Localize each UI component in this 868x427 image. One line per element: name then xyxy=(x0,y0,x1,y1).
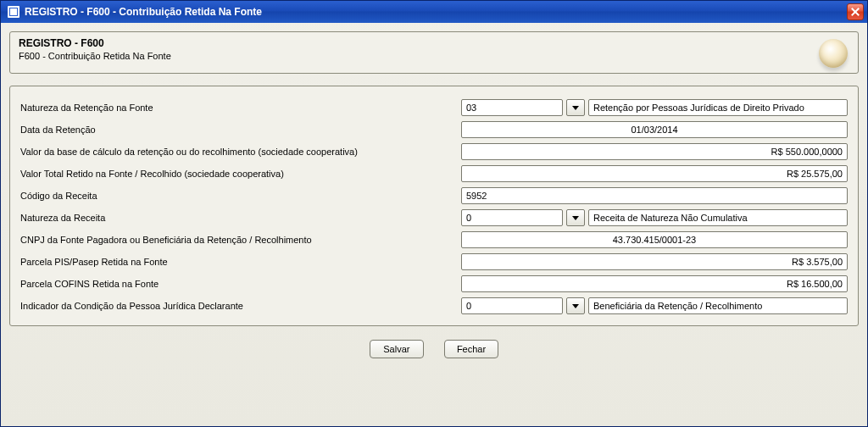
value-cnpj[interactable]: 43.730.415/0001-23 xyxy=(461,231,848,248)
fechar-button[interactable]: Fechar xyxy=(444,340,498,358)
app-window: REGISTRO - F600 - Contribuição Retida Na… xyxy=(0,0,868,427)
content-area: REGISTRO - F600 F600 - Contribuição Reti… xyxy=(1,23,867,367)
input-natureza-receita-code[interactable] xyxy=(461,209,563,226)
label-natureza-receita: Natureza da Receita xyxy=(20,213,461,223)
row-valor-total-retido: Valor Total Retido na Fonte / Recolhido … xyxy=(20,164,848,183)
value-valor-total-retido[interactable]: R$ 25.575,00 xyxy=(461,165,848,182)
input-natureza-retencao-code[interactable] xyxy=(461,99,563,116)
label-indicador: Indicador da Condição da Pessoa Jurídica… xyxy=(20,301,461,311)
close-button[interactable] xyxy=(847,3,864,20)
form-header-title: REGISTRO - F600 xyxy=(19,37,849,49)
dropdown-natureza-retencao[interactable] xyxy=(566,99,585,116)
label-parcela-pis: Parcela PIS/Pasep Retida na Fonte xyxy=(20,257,461,267)
label-cnpj: CNPJ da Fonte Pagadora ou Beneficiária d… xyxy=(20,235,461,245)
row-parcela-cofins: Parcela COFINS Retida na Fonte R$ 16.500… xyxy=(20,274,848,293)
form-header: REGISTRO - F600 F600 - Contribuição Reti… xyxy=(9,31,859,74)
form-body: Natureza da Retenção na Fonte Retenção p… xyxy=(9,86,859,326)
dropdown-natureza-receita[interactable] xyxy=(566,209,585,226)
row-data-retencao: Data da Retenção 01/03/2014 xyxy=(20,120,848,139)
value-valor-base[interactable]: R$ 550.000,0000 xyxy=(461,143,848,160)
input-codigo-receita[interactable] xyxy=(461,187,848,204)
dropdown-indicador[interactable] xyxy=(566,297,585,314)
desc-indicador: Beneficiária da Retenção / Recolhimento xyxy=(588,297,848,314)
label-parcela-cofins: Parcela COFINS Retida na Fonte xyxy=(20,279,461,289)
salvar-button[interactable]: Salvar xyxy=(370,340,424,358)
row-natureza-retencao: Natureza da Retenção na Fonte Retenção p… xyxy=(20,98,848,117)
chevron-down-icon xyxy=(572,304,579,308)
label-valor-base: Valor da base de cálculo da retenção ou … xyxy=(20,147,461,157)
value-parcela-cofins[interactable]: R$ 16.500,00 xyxy=(461,275,848,292)
close-icon xyxy=(851,8,860,16)
desc-natureza-receita: Receita de Natureza Não Cumulativa xyxy=(588,209,848,226)
row-cnpj: CNPJ da Fonte Pagadora ou Beneficiária d… xyxy=(20,230,848,249)
button-row: Salvar Fechar xyxy=(9,340,859,358)
row-codigo-receita: Código da Receita xyxy=(20,186,848,205)
chevron-down-icon xyxy=(572,216,579,220)
app-icon xyxy=(8,6,19,18)
value-parcela-pis[interactable]: R$ 3.575,00 xyxy=(461,253,848,270)
value-data-retencao[interactable]: 01/03/2014 xyxy=(461,121,848,138)
input-indicador-code[interactable] xyxy=(461,297,563,314)
label-codigo-receita: Código da Receita xyxy=(20,191,461,201)
row-natureza-receita: Natureza da Receita Receita de Natureza … xyxy=(20,208,848,227)
label-valor-total-retido: Valor Total Retido na Fonte / Recolhido … xyxy=(20,169,461,179)
row-valor-base: Valor da base de cálculo da retenção ou … xyxy=(20,142,848,161)
row-indicador: Indicador da Condição da Pessoa Jurídica… xyxy=(20,297,848,315)
label-data-retencao: Data da Retenção xyxy=(20,125,461,135)
label-natureza-retencao: Natureza da Retenção na Fonte xyxy=(20,103,461,113)
form-header-subtitle: F600 - Contribuição Retida Na Fonte xyxy=(19,51,849,61)
chevron-down-icon xyxy=(572,106,579,110)
form-header-icon xyxy=(819,39,848,68)
desc-natureza-retencao: Retenção por Pessoas Jurídicas de Direit… xyxy=(588,99,848,116)
row-parcela-pis: Parcela PIS/Pasep Retida na Fonte R$ 3.5… xyxy=(20,252,848,271)
titlebar: REGISTRO - F600 - Contribuição Retida Na… xyxy=(1,1,867,23)
window-title: REGISTRO - F600 - Contribuição Retida Na… xyxy=(25,6,847,18)
